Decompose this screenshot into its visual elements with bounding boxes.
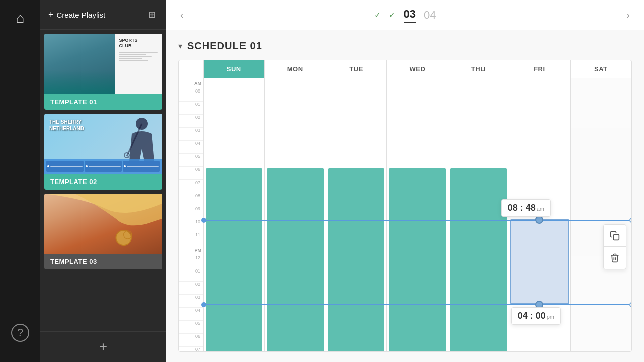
tooltip-bottom: 04 : 00pm xyxy=(511,307,561,325)
svg-rect-5 xyxy=(614,234,619,240)
day-col-wed xyxy=(387,78,448,351)
create-playlist-button[interactable]: + Create Playlist xyxy=(48,10,142,20)
schedule-collapse-icon[interactable]: ▾ xyxy=(178,41,182,51)
day-header-thu[interactable]: THU xyxy=(448,60,509,78)
template-panel: + Create Playlist ⊞ SPORTSCLUB xyxy=(40,0,166,362)
panel-footer: + xyxy=(40,331,166,362)
hour-12: 12 xyxy=(179,255,203,268)
hour-04: 04 xyxy=(179,141,203,154)
hour-01: 01 xyxy=(179,102,203,115)
template-03-label: TEMPLATE 03 xyxy=(44,254,162,269)
svg-point-3 xyxy=(116,230,131,245)
hour-pm03: 03 xyxy=(179,295,203,308)
t01-sports-text: SPORTSCLUB xyxy=(119,38,158,49)
wed-teal-bar[interactable] xyxy=(389,168,445,351)
day-header-mon[interactable]: MON xyxy=(265,60,326,78)
tooltip-top-unit: am xyxy=(537,206,544,212)
day-col-sat xyxy=(571,78,631,351)
t02-bottom-bar xyxy=(44,159,162,174)
panel-header: + Create Playlist ⊞ xyxy=(40,0,166,30)
day-header-wed[interactable]: WED xyxy=(387,60,448,78)
template-list: SPORTSCLUB TEMPLATE 01 T xyxy=(40,30,166,331)
template-item-02[interactable]: THE SHERRYNETHERLAND xyxy=(44,114,162,190)
calendar-grid: SUN MON TUE WED THU FRI SAT AM 00 xyxy=(178,60,632,352)
copy-action-button[interactable] xyxy=(604,225,626,247)
am-label-top: AM xyxy=(179,78,203,88)
hour-05: 05 xyxy=(179,154,203,167)
grid-view-button[interactable]: ⊞ xyxy=(146,7,158,22)
header-spacer xyxy=(179,60,204,78)
tooltip-top-time: 08 : 48 xyxy=(508,203,536,213)
template-01-image: SPORTSCLUB xyxy=(44,34,162,94)
delete-action-button[interactable] xyxy=(604,247,626,269)
template-02-image: THE SHERRYNETHERLAND xyxy=(44,114,162,174)
home-icon[interactable]: ⌂ xyxy=(16,10,25,26)
day-col-tue xyxy=(326,78,387,351)
nav-check-1[interactable]: ✓ xyxy=(374,10,381,20)
hour-pm05: 05 xyxy=(179,321,203,334)
prev-nav-arrow[interactable]: ‹ xyxy=(176,5,188,25)
pm-label: PM xyxy=(179,245,203,255)
time-grid: AM 00 01 02 03 04 05 06 07 08 09 10 11 xyxy=(179,78,631,351)
hour-pm06: 06 xyxy=(179,334,203,347)
main-content: ‹ ✓ ✓ 03 04 › ▾ SCHEDULE 01 SUN MON TUE … xyxy=(166,0,644,362)
grid-body: AM 00 01 02 03 04 05 06 07 08 09 10 11 xyxy=(179,78,631,351)
hour-09: 09 xyxy=(179,206,203,219)
hour-07: 07 xyxy=(179,180,203,193)
day-header-sat[interactable]: SAT xyxy=(571,60,631,78)
hour-pm04: 04 xyxy=(179,308,203,321)
schedule-header: ▾ SCHEDULE 01 xyxy=(178,40,632,52)
hour-08: 08 xyxy=(179,193,203,206)
template-01-label: TEMPLATE 01 xyxy=(44,94,162,110)
day-col-thu xyxy=(448,78,509,351)
tooltip-top: 08 : 48am xyxy=(501,199,551,217)
hour-11: 11 xyxy=(179,232,203,245)
template-02-label: TEMPLATE 02 xyxy=(44,174,162,190)
nav-check-2[interactable]: ✓ xyxy=(389,10,395,20)
tue-teal-bar[interactable] xyxy=(328,168,384,351)
hour-02: 02 xyxy=(179,115,203,128)
schedule-area: ▾ SCHEDULE 01 SUN MON TUE WED THU FRI SA… xyxy=(166,30,644,362)
action-buttons-panel xyxy=(603,224,626,269)
hour-pm07: 07 xyxy=(179,347,203,351)
hour-00: 00 xyxy=(179,88,203,102)
top-nav-bar: ‹ ✓ ✓ 03 04 › xyxy=(166,0,644,30)
icon-sidebar: ⌂ ? xyxy=(0,0,40,362)
hour-pm02: 02 xyxy=(179,282,203,295)
tooltip-bottom-unit: pm xyxy=(547,314,554,320)
day-header-fri[interactable]: FRI xyxy=(509,60,570,78)
plus-icon: + xyxy=(48,10,54,20)
tooltip-bottom-time: 04 : 00 xyxy=(518,311,546,321)
template-item-03[interactable]: TEMPLATE 03 xyxy=(44,194,162,269)
t02-title-text: THE SHERRYNETHERLAND xyxy=(49,119,84,132)
help-icon[interactable]: ? xyxy=(11,324,29,342)
mon-teal-bar[interactable] xyxy=(267,168,323,351)
create-playlist-label: Create Playlist xyxy=(57,11,106,19)
day-header-sun[interactable]: SUN xyxy=(204,60,265,78)
template-item-01[interactable]: SPORTSCLUB TEMPLATE 01 xyxy=(44,34,162,110)
fri-selected-bar[interactable] xyxy=(510,219,569,304)
t01-text-lines xyxy=(119,51,158,62)
day-header-tue[interactable]: TUE xyxy=(326,60,387,78)
thu-teal-bar[interactable] xyxy=(450,168,507,351)
fri-top-handle[interactable] xyxy=(535,216,543,224)
hour-10: 10 xyxy=(179,219,203,232)
nav-page-active[interactable]: 03 xyxy=(404,8,416,23)
hour-03: 03 xyxy=(179,128,203,141)
sun-teal-bar[interactable] xyxy=(206,168,262,351)
hour-pm01: 01 xyxy=(179,268,203,282)
next-nav-arrow[interactable]: › xyxy=(622,5,634,25)
template-03-image xyxy=(44,194,162,254)
day-col-sun xyxy=(204,78,265,351)
hours-column: AM 00 01 02 03 04 05 06 07 08 09 10 11 xyxy=(179,78,204,351)
add-template-button[interactable]: + xyxy=(99,339,107,355)
nav-center: ✓ ✓ 03 04 xyxy=(188,8,623,23)
day-headers: SUN MON TUE WED THU FRI SAT xyxy=(179,60,631,78)
hour-06: 06 xyxy=(179,167,203,180)
nav-page-inactive[interactable]: 04 xyxy=(424,9,436,22)
day-col-mon xyxy=(265,78,326,351)
schedule-title: SCHEDULE 01 xyxy=(187,40,262,52)
